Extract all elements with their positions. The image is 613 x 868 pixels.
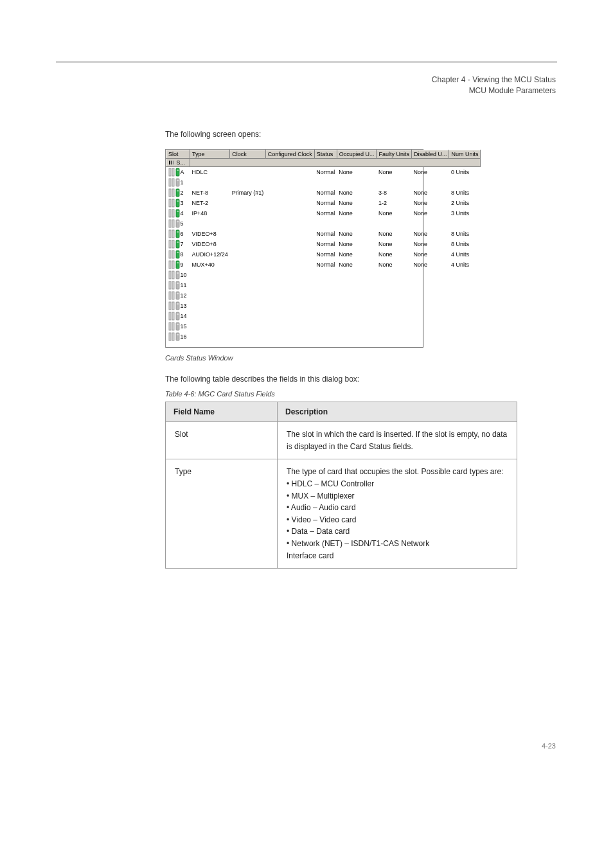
svg-rect-50 [177, 283, 179, 284]
cell-faulty: None [377, 260, 412, 270]
cell-occupied [337, 321, 377, 332]
cell-type [190, 321, 230, 332]
cell-configured-clock [265, 177, 314, 188]
cell-type: MUX+40 [190, 260, 230, 270]
table-row[interactable]: 7 VIDEO+8 Normal None None None 8 Units [166, 239, 481, 249]
table-row[interactable]: 2 NET-8 Primary (#1) Normal None 3-8 Non… [166, 188, 481, 198]
table-row[interactable]: 3 NET-2 Normal None 1-2 None 2 Units [166, 198, 481, 208]
cell-configured-clock [265, 332, 314, 342]
svg-rect-23 [169, 220, 171, 227]
cell-status [314, 280, 337, 290]
slot-label: 12 [181, 292, 188, 299]
svg-rect-29 [176, 230, 179, 238]
svg-rect-40 [172, 261, 174, 269]
cell-occupied: None [337, 198, 377, 208]
cards-status-window: Slot Type Clock Configured Clock Status … [165, 149, 423, 348]
svg-rect-55 [169, 302, 171, 310]
table-row[interactable]: 6 VIDEO+8 Normal None None None 8 Units [166, 229, 481, 239]
cell-configured-clock [265, 280, 314, 290]
cell-status: Normal [314, 229, 337, 239]
cell-type: NET-2 [190, 198, 230, 208]
cell-status [314, 332, 337, 342]
table-row[interactable]: 5 [166, 218, 481, 229]
cell-clock [230, 280, 266, 290]
col-disabled[interactable]: Disabled U... [411, 150, 449, 158]
cell-faulty: None [377, 167, 412, 178]
table-row[interactable]: 13 [166, 301, 481, 311]
svg-rect-39 [169, 261, 171, 269]
table-row[interactable]: 16 [166, 332, 481, 342]
svg-rect-11 [169, 189, 171, 197]
svg-rect-4 [172, 168, 174, 176]
svg-rect-37 [176, 251, 179, 258]
col-occupied[interactable]: Occupied U... [337, 150, 377, 158]
cell-disabled: None [411, 188, 449, 198]
col-description: Description [278, 402, 517, 422]
cell-type [190, 290, 230, 301]
svg-rect-52 [172, 292, 174, 299]
svg-rect-12 [172, 189, 174, 197]
cell-num [449, 311, 481, 321]
svg-rect-5 [176, 168, 179, 176]
sort-slot[interactable]: S... [166, 158, 190, 167]
cell-slot: 9 [166, 260, 190, 270]
table-row[interactable]: A HDLC Normal None None None 0 Units [166, 167, 481, 178]
cell-type: HDLC [190, 167, 230, 178]
svg-rect-36 [172, 251, 174, 258]
col-slot[interactable]: Slot [166, 150, 190, 158]
cell-slot: 4 [166, 208, 190, 218]
slot-label: 9 [181, 261, 188, 268]
slot-label: A [181, 169, 188, 175]
svg-rect-41 [176, 261, 179, 269]
table-row[interactable]: 11 [166, 280, 481, 290]
table-row[interactable]: 10 [166, 270, 481, 280]
table-row[interactable]: 15 [166, 321, 481, 332]
col-num[interactable]: Num Units [449, 150, 481, 158]
cell-occupied: None [337, 260, 377, 270]
svg-rect-27 [169, 230, 171, 238]
cell-num: 4 Units [449, 260, 481, 270]
cell-num [449, 290, 481, 301]
table-row[interactable]: 9 MUX+40 Normal None None None 4 Units [166, 260, 481, 270]
cell-occupied: None [337, 167, 377, 178]
cell-configured-clock [265, 218, 314, 229]
cell-description: The type of card that occupies the slot.… [278, 459, 517, 569]
col-clock[interactable]: Clock [230, 150, 266, 158]
cell-configured-clock [265, 167, 314, 178]
cell-num [449, 321, 481, 332]
cell-disabled: None [411, 167, 449, 178]
card-icon [168, 312, 180, 321]
col-configured-clock[interactable]: Configured Clock [265, 150, 314, 158]
cell-faulty [377, 301, 412, 311]
cell-occupied [337, 218, 377, 229]
svg-rect-13 [176, 189, 179, 197]
figure-caption: Cards Status Window [165, 354, 570, 362]
cell-slot: 5 [166, 218, 190, 229]
table-row[interactable]: 8 AUDIO+12/24 Normal None None None 4 Un… [166, 249, 481, 260]
svg-rect-24 [172, 220, 174, 227]
cell-configured-clock [265, 198, 314, 208]
section-title: MCU Module Parameters [43, 85, 556, 96]
table-row[interactable]: 1 [166, 177, 481, 188]
slot-label: 8 [181, 251, 188, 258]
table-row[interactable]: 14 [166, 311, 481, 321]
cell-disabled [411, 311, 449, 321]
cell-status [314, 301, 337, 311]
cell-disabled: None [411, 208, 449, 218]
col-type[interactable]: Type [190, 150, 230, 158]
card-icon [168, 301, 180, 310]
slot-label: 15 [181, 323, 188, 330]
chapter-title: Chapter 4 - Viewing the MCU Status [43, 75, 556, 85]
cell-occupied [337, 280, 377, 290]
col-faulty[interactable]: Faulty Units [377, 150, 412, 158]
cell-faulty [377, 270, 412, 280]
svg-rect-2 [173, 161, 174, 164]
cell-configured-clock [265, 260, 314, 270]
table-row[interactable]: 12 [166, 290, 481, 301]
header-rule [56, 61, 557, 63]
table-row[interactable]: 4 IP+48 Normal None None None 3 Units [166, 208, 481, 218]
cell-faulty: None [377, 239, 412, 249]
col-status[interactable]: Status [314, 150, 337, 158]
cell-num [449, 280, 481, 290]
svg-rect-67 [169, 333, 171, 341]
